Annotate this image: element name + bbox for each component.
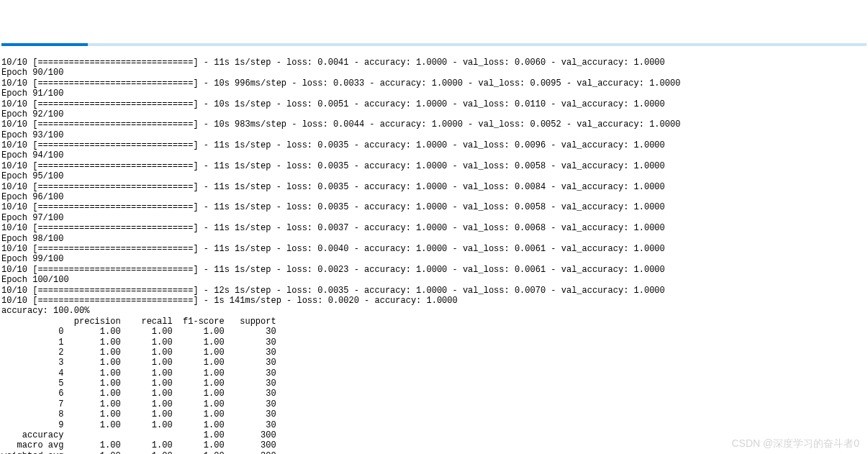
report-row: 2 1.00 1.00 1.00 30 bbox=[1, 348, 867, 358]
report-row: 4 1.00 1.00 1.00 30 bbox=[1, 368, 867, 378]
report-summary-row: weighted avg 1.00 1.00 1.00 300 bbox=[1, 451, 867, 454]
report-row: 7 1.00 1.00 1.00 30 bbox=[1, 399, 867, 409]
epoch-progress-line: 10/10 [==============================] -… bbox=[1, 119, 867, 130]
epoch-progress-line: 10/10 [==============================] -… bbox=[1, 286, 867, 296]
epoch-progress-line: 10/10 [==============================] -… bbox=[1, 244, 867, 254]
epoch-progress-line: 10/10 [==============================] -… bbox=[1, 140, 867, 150]
report-header: precision recall f1-score support bbox=[1, 317, 867, 327]
report-row: 1 1.00 1.00 1.00 30 bbox=[1, 337, 867, 348]
report-row: 5 1.00 1.00 1.00 30 bbox=[1, 378, 867, 389]
epoch-progress-line: 10/10 [==============================] -… bbox=[1, 265, 867, 275]
epoch-label: Epoch 90/100 bbox=[1, 68, 867, 78]
epoch-label: Epoch 97/100 bbox=[1, 213, 867, 223]
epoch-progress-line: 10/10 [==============================] -… bbox=[1, 99, 867, 109]
report-row: 3 1.00 1.00 1.00 30 bbox=[1, 358, 867, 368]
epoch-label: Epoch 94/100 bbox=[1, 150, 867, 160]
epoch-label: Epoch 95/100 bbox=[1, 171, 867, 181]
console-output: 10/10 [==============================] -… bbox=[1, 58, 867, 454]
report-row: 9 1.00 1.00 1.00 30 bbox=[1, 420, 867, 430]
epoch-label: Epoch 93/100 bbox=[1, 130, 867, 140]
epoch-progress-line: 10/10 [==============================] -… bbox=[1, 202, 867, 212]
epoch-label: Epoch 91/100 bbox=[1, 88, 867, 99]
epoch-label: Epoch 92/100 bbox=[1, 109, 867, 119]
watermark-text: CSDN @深度学习的奋斗者0 bbox=[731, 437, 859, 450]
epoch-progress-line: 10/10 [==============================] -… bbox=[1, 161, 867, 171]
eval-line: 10/10 [==============================] -… bbox=[1, 296, 867, 306]
accuracy-line: accuracy: 100.00% bbox=[1, 306, 867, 316]
epoch-progress-line: 10/10 [==============================] -… bbox=[1, 223, 867, 233]
report-row: 8 1.00 1.00 1.00 30 bbox=[1, 409, 867, 419]
window-top-bar bbox=[1, 43, 867, 46]
epoch-progress-line: 10/10 [==============================] -… bbox=[1, 58, 867, 68]
epoch-progress-line: 10/10 [==============================] -… bbox=[1, 78, 867, 88]
report-row: 6 1.00 1.00 1.00 30 bbox=[1, 389, 867, 399]
report-row: 0 1.00 1.00 1.00 30 bbox=[1, 327, 867, 337]
epoch-label: Epoch 96/100 bbox=[1, 192, 867, 202]
epoch-progress-line: 10/10 [==============================] -… bbox=[1, 182, 867, 192]
epoch-label: Epoch 100/100 bbox=[1, 275, 867, 285]
epoch-label: Epoch 99/100 bbox=[1, 254, 867, 264]
epoch-label: Epoch 98/100 bbox=[1, 234, 867, 244]
